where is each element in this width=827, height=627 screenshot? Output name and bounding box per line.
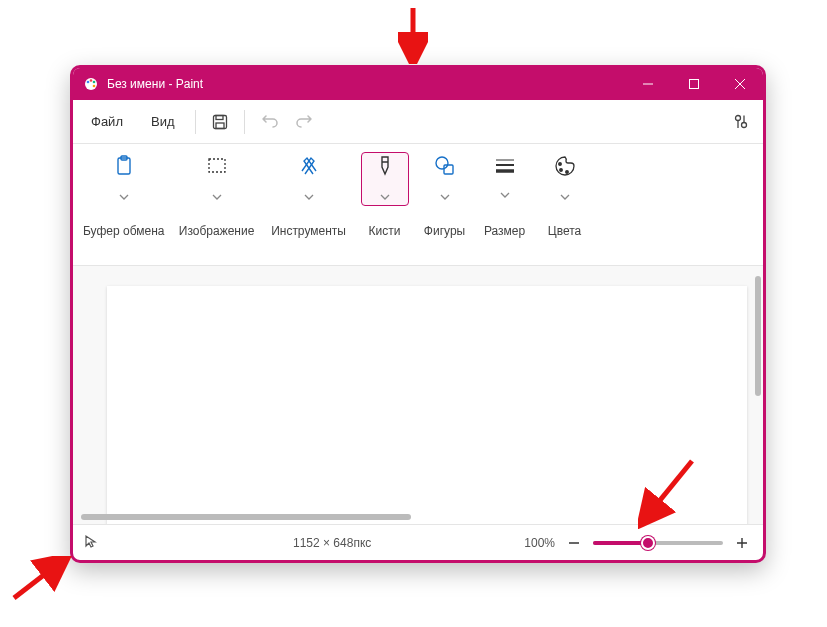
work-area <box>73 266 763 524</box>
chevron-down-icon <box>440 186 450 204</box>
ribbon-group-image: Изображение <box>171 152 263 261</box>
vertical-scrollbar[interactable] <box>755 276 761 396</box>
ribbon-label: Буфер обмена <box>83 224 165 238</box>
svg-rect-9 <box>690 80 699 89</box>
size-button[interactable] <box>481 152 529 206</box>
ribbon-group-size: Размер <box>475 152 535 261</box>
titlebar: Без имени - Paint <box>73 68 763 100</box>
shapes-icon <box>433 154 457 182</box>
menubar: Файл Вид <box>73 100 763 144</box>
horizontal-scrollbar[interactable] <box>81 514 411 520</box>
svg-point-30 <box>565 171 568 174</box>
redo-button[interactable] <box>287 104 323 140</box>
chevron-down-icon <box>380 186 390 204</box>
clipboard-icon <box>112 154 136 182</box>
svg-point-23 <box>436 157 448 169</box>
brushes-button[interactable] <box>361 152 409 206</box>
ribbon-group-colors: Цвета <box>535 152 595 261</box>
ribbon-label: Фигуры <box>424 224 465 238</box>
app-icon <box>83 76 99 92</box>
zoom-out-button[interactable] <box>563 532 585 554</box>
separator <box>195 110 196 134</box>
palette-icon <box>553 154 577 182</box>
svg-point-4 <box>87 81 90 84</box>
svg-point-16 <box>742 122 747 127</box>
statusbar: 1152 × 648пкс 100% <box>73 524 763 560</box>
svg-point-15 <box>736 115 741 120</box>
annotation-arrow-top <box>398 6 428 64</box>
annotation-arrow-bottom-left <box>8 556 72 604</box>
undo-button[interactable] <box>251 104 287 140</box>
ribbon-label: Размер <box>484 224 525 238</box>
paint-window: Без имени - Paint Файл Вид <box>70 65 766 563</box>
zoom-slider-thumb[interactable] <box>641 536 655 550</box>
svg-line-1 <box>14 564 58 598</box>
separator <box>244 110 245 134</box>
brush-icon <box>375 154 395 182</box>
svg-rect-13 <box>216 115 223 119</box>
svg-point-7 <box>93 85 96 88</box>
svg-rect-24 <box>444 165 453 174</box>
settings-button[interactable] <box>723 104 759 140</box>
maximize-button[interactable] <box>671 68 717 100</box>
window-title: Без имени - Paint <box>107 77 625 91</box>
ribbon-group-tools: Инструменты <box>263 152 355 261</box>
menu-file[interactable]: Файл <box>77 106 137 137</box>
zoom-slider[interactable] <box>593 541 723 545</box>
ribbon-label: Изображение <box>179 224 255 238</box>
ribbon-label: Кисти <box>369 224 401 238</box>
tools-button[interactable] <box>297 152 321 206</box>
zoom-level: 100% <box>524 536 555 550</box>
zoom-slider-fill <box>593 541 648 545</box>
zoom-in-button[interactable] <box>731 532 753 554</box>
size-icon <box>493 156 517 180</box>
ribbon-group-clipboard: Буфер обмена <box>77 152 171 261</box>
tools-icon <box>297 154 321 182</box>
minimize-button[interactable] <box>625 68 671 100</box>
chevron-down-icon <box>304 186 314 204</box>
chevron-down-icon <box>560 186 570 204</box>
chevron-down-icon <box>212 186 222 204</box>
chevron-down-icon <box>119 186 129 204</box>
cursor-position <box>83 534 283 551</box>
image-select-button[interactable] <box>205 152 229 206</box>
svg-rect-21 <box>209 159 225 172</box>
window-controls <box>625 68 763 100</box>
colors-button[interactable] <box>541 152 589 206</box>
canvas[interactable] <box>107 286 747 524</box>
ribbon: Буфер обмена Изображение <box>73 144 763 266</box>
save-button[interactable] <box>202 104 238 140</box>
svg-point-5 <box>90 79 93 82</box>
ribbon-label: Цвета <box>548 224 581 238</box>
chevron-down-icon <box>500 184 510 202</box>
svg-point-29 <box>559 169 562 172</box>
ribbon-group-shapes: Фигуры <box>415 152 475 261</box>
selection-icon <box>205 154 229 182</box>
svg-rect-14 <box>216 123 224 129</box>
close-button[interactable] <box>717 68 763 100</box>
svg-point-6 <box>93 81 96 84</box>
zoom-controls: 100% <box>524 532 753 554</box>
svg-point-28 <box>558 163 561 166</box>
ribbon-label: Инструменты <box>271 224 346 238</box>
ribbon-group-brushes: Кисти <box>355 152 415 261</box>
shapes-button[interactable] <box>421 152 469 206</box>
cursor-icon <box>83 534 97 551</box>
clipboard-button[interactable] <box>112 152 136 206</box>
canvas-dimensions: 1152 × 648пкс <box>293 536 453 550</box>
menu-view[interactable]: Вид <box>137 106 189 137</box>
